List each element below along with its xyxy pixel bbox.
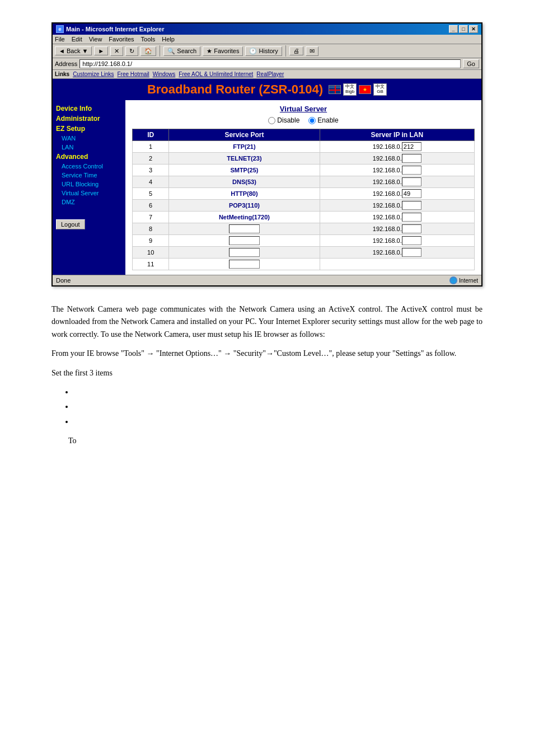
cell-service-port [169,223,320,235]
menu-file[interactable]: File [55,36,65,43]
cell-server-ip: 192.168.0. [320,223,474,235]
cell-service-port [169,235,320,247]
cell-server-ip: 192.168.0. [320,212,474,223]
history-button[interactable]: 🕐 History [245,46,282,56]
link-hotmail[interactable]: Free Hotmail [117,71,149,77]
forward-button[interactable]: ► [94,46,108,55]
logout-button[interactable]: Logout [56,219,85,229]
sidebar-item-device-info[interactable]: Device Info [56,104,122,114]
main-area: Virtual Server Disable Enable [125,100,481,275]
section-title: Virtual Server [132,105,475,113]
minimize-button[interactable]: _ [449,25,458,33]
sidebar-item-virtual-server[interactable]: Virtual Server [56,189,122,198]
sidebar-item-url-blocking[interactable]: URL Blocking [56,180,122,189]
menu-favorites[interactable]: Favorites [109,36,134,43]
ip-suffix-input[interactable] [402,154,421,163]
menu-tools[interactable]: Tools [141,36,156,43]
ip-suffix-input[interactable] [402,213,421,222]
cell-id: 9 [133,235,169,247]
status-internet: 🌐 Internet [449,276,478,284]
cell-service-port: DNS(53) [169,176,320,188]
title-bar: e Main - Microsoft Internet Explorer _ □… [53,24,481,35]
cell-id: 2 [133,153,169,165]
home-button[interactable]: 🏠 [140,46,156,56]
links-label: Links [55,71,69,77]
enable-radio-label[interactable]: Enable [308,116,338,124]
cell-id: 8 [133,223,169,235]
menu-help[interactable]: Help [162,36,175,43]
search-button[interactable]: 🔍 Search [163,46,200,56]
cell-server-ip [320,259,474,270]
sidebar-item-ez-setup[interactable]: EZ Setup [56,124,122,134]
favorites-button[interactable]: ★ Favorites [203,46,243,56]
ip-prefix: 192.168.0. [373,202,402,209]
refresh-button[interactable]: ↻ [125,46,138,56]
menu-edit[interactable]: Edit [72,36,82,43]
disable-label: Disable [277,116,299,124]
cn-flag: ★ [359,85,371,94]
p2-prefix: From your IE browse [51,349,121,358]
cell-service-port: POP3(110) [169,200,320,212]
cell-id: 7 [133,212,169,223]
col-server-ip: Server IP in LAN [320,129,474,141]
sidebar-item-wan[interactable]: WAN [56,134,122,143]
sidebar-item-administrator[interactable]: Administrator [56,114,122,124]
address-input[interactable] [79,59,461,68]
mail-button[interactable]: ✉ [306,46,318,56]
cell-server-ip: 192.168.0. [320,200,474,212]
disable-radio-label[interactable]: Disable [268,116,299,124]
ip-prefix: 192.168.0. [373,155,402,162]
internet-icon: 🌐 [449,276,457,284]
separator2 [285,45,286,57]
service-port-input[interactable] [229,224,260,233]
status-text: Done [56,277,71,284]
print-button[interactable]: 🖨 [289,46,303,55]
sidebar-item-dmz[interactable]: DMZ [56,198,122,206]
sidebar-item-service-time[interactable]: Service Time [56,171,122,180]
cell-service-port [169,247,320,259]
ip-suffix-input[interactable] [402,189,421,198]
ip-suffix-input[interactable] [402,236,421,245]
cell-id: 6 [133,200,169,212]
ip-suffix-input[interactable] [402,142,421,151]
cell-server-ip: 192.168.0. [320,247,474,259]
address-label: Address [55,60,77,67]
link-aol[interactable]: Free AOL & Unlimited Internet [179,71,253,77]
cell-server-ip: 192.168.0. [320,176,474,188]
cell-server-ip: 192.168.0. [320,153,474,165]
stop-button[interactable]: ✕ [110,46,123,56]
link-windows[interactable]: Windows [153,71,176,77]
enable-label: Enable [317,116,338,124]
close-button[interactable]: ✕ [469,25,478,33]
service-port-input[interactable] [229,248,260,257]
cell-id: 11 [133,259,169,270]
ip-suffix-input[interactable] [402,166,421,175]
to-text-block: To [68,435,483,447]
table-row: 2TELNET(23)192.168.0. [133,153,475,165]
menu-view[interactable]: View [89,36,102,43]
sidebar-item-access-control[interactable]: Access Control [56,162,122,171]
enable-radio[interactable] [308,117,316,124]
go-button[interactable]: Go [463,59,479,68]
sidebar-item-lan[interactable]: LAN [56,143,122,152]
service-port-input[interactable] [229,260,260,269]
status-bar: Done 🌐 Internet [53,275,481,285]
ip-suffix-input[interactable] [402,177,421,186]
link-realplayer[interactable]: RealPlayer [256,71,284,77]
cell-service-port: SMTP(25) [169,165,320,176]
router-header: Broadband Router (ZSR-0104) 中文Bigb ★ 中文G… [53,79,481,100]
ip-suffix-input[interactable] [402,224,421,233]
chinese-text-bigb: 中文Bigb [343,83,357,96]
maximize-button[interactable]: □ [459,25,468,33]
ip-suffix-input[interactable] [402,248,421,257]
link-customize[interactable]: Customize Links [73,71,114,77]
p2-arrow3: → [266,349,274,358]
service-port-input[interactable] [229,236,260,245]
disable-radio[interactable] [268,117,275,124]
ip-suffix-input[interactable] [402,201,421,210]
cell-id: 5 [133,188,169,200]
ip-prefix: 192.168.0. [373,226,402,232]
sidebar-item-advanced[interactable]: Advanced [56,152,122,162]
address-bar: Address Go [53,58,481,70]
back-button[interactable]: ◄ Back ▼ [55,46,92,55]
